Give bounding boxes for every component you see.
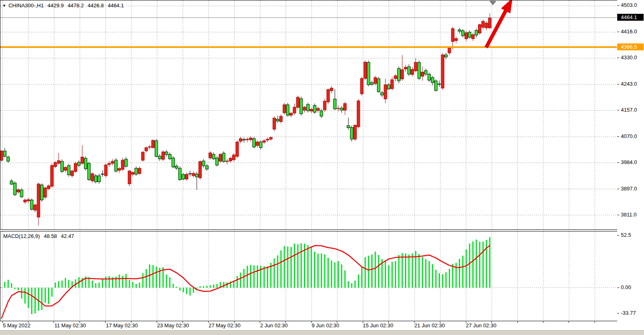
candle-body — [455, 39, 458, 41]
axis-tick — [617, 313, 619, 313]
candle-body — [91, 174, 94, 181]
time-axis-label: 27 Jun 02:30 — [466, 322, 496, 329]
current-price-badge: 4464.1 — [617, 14, 644, 21]
candle-body — [57, 161, 60, 164]
candle-body — [468, 32, 471, 37]
candle-body — [41, 185, 43, 200]
candle-body — [472, 35, 474, 39]
candle-body — [13, 183, 16, 195]
candle-body — [121, 160, 124, 169]
candle-body — [209, 153, 212, 158]
candle-body — [246, 139, 249, 140]
candle-body — [104, 165, 107, 176]
price-chart-canvas[interactable] — [0, 0, 617, 229]
candle-body — [407, 67, 410, 74]
macd-canvas[interactable] — [0, 231, 617, 321]
candle-body — [266, 139, 269, 140]
candle-body — [202, 161, 205, 166]
macd-panel[interactable] — [0, 231, 617, 321]
candle-body — [323, 101, 326, 110]
candle-body — [276, 119, 279, 121]
macd-axis-label: -33.77 — [621, 310, 636, 316]
candle-body — [60, 161, 63, 171]
candle-body — [418, 63, 420, 78]
candle-body — [243, 139, 246, 140]
candle-body — [374, 78, 377, 84]
price-axis-label: 4330.0 — [621, 54, 637, 61]
candle-body — [310, 109, 313, 111]
candle-body — [64, 167, 67, 170]
price-axis-label: 3897.0 — [621, 186, 637, 192]
candle-body — [135, 168, 138, 174]
time-axis[interactable]: 5 May 202211 May 02:3017 May 02:3023 May… — [0, 321, 617, 330]
candle-body — [7, 157, 10, 161]
time-axis-label: 11 May 02:30 — [54, 322, 86, 329]
candle-body — [259, 142, 262, 147]
candle-body — [98, 176, 101, 182]
macd-name: MACD(12,26,9) — [3, 233, 40, 239]
candle-body — [253, 138, 256, 147]
candle-body — [182, 175, 185, 179]
candle-body — [219, 154, 222, 161]
price-axis-label: 3984.0 — [621, 159, 637, 165]
macd-main-value: 48.58 — [44, 233, 57, 239]
candle-body — [293, 107, 296, 113]
ohlc-open: 4429.9 — [47, 2, 64, 9]
time-axis-label: 21 Jun 02:30 — [414, 322, 445, 329]
price-chart-panel[interactable] — [0, 0, 617, 230]
candle-body — [367, 63, 370, 85]
candle-body — [441, 55, 444, 88]
candle-body — [384, 85, 387, 99]
candle-body — [236, 142, 239, 156]
candle-body — [118, 169, 121, 170]
axis-tick — [617, 215, 619, 215]
candle-body — [317, 108, 319, 110]
candle-body — [273, 118, 276, 130]
candles-layer — [0, 13, 491, 226]
candle-body — [461, 30, 464, 36]
bar-position-marker-icon[interactable] — [490, 1, 496, 5]
axis-tick — [617, 287, 619, 288]
axis-tick — [617, 110, 619, 110]
candle-body — [482, 21, 485, 27]
candle-body — [158, 156, 161, 159]
candle-body — [340, 108, 343, 110]
ohlc-close: 4464.1 — [108, 2, 124, 9]
candle-body — [475, 30, 478, 35]
candle-body — [451, 28, 454, 41]
candle-body — [263, 140, 265, 142]
macd-axis-label: 52.5 — [621, 232, 631, 238]
candle-body — [131, 173, 134, 174]
candle-body — [290, 113, 293, 115]
candle-body — [465, 33, 467, 39]
candle-body — [71, 171, 73, 176]
candle-body — [337, 108, 340, 109]
candle-body — [0, 151, 3, 160]
macd-indicator-label: MACD(12,26,9) 48.58 42.47 — [3, 233, 77, 239]
candle-body — [37, 184, 40, 217]
candle-body — [229, 158, 232, 161]
time-axis-label: 23 May 02:30 — [157, 322, 189, 329]
symbol-menu-icon[interactable]: ▼ — [2, 3, 6, 8]
chart-window: ▼ CHINA300-,H1 4429.9 4478.2 4426.8 4464… — [0, 0, 644, 335]
trend-arrow-head[interactable] — [501, 0, 513, 13]
price-axis-label: 4503.0 — [621, 2, 637, 8]
candle-body — [404, 67, 407, 69]
candle-body — [54, 162, 57, 166]
candle-body — [78, 162, 80, 165]
price-axis[interactable]: 4503.04416.04330.04243.04157.04070.03984… — [617, 0, 644, 321]
candle-body — [313, 105, 316, 112]
time-axis-label: 9 Jun 02:30 — [312, 322, 339, 329]
candle-body — [249, 138, 252, 140]
candle-body — [283, 105, 286, 113]
candle-body — [148, 147, 151, 147]
candle-body — [354, 125, 357, 139]
trendline-price-badge: 4366.5 — [617, 43, 644, 50]
candle-body — [448, 48, 451, 53]
candle-body — [489, 17, 491, 28]
candle-body — [428, 74, 431, 80]
candle-body — [401, 70, 404, 79]
candle-body — [205, 166, 208, 169]
candle-body — [485, 23, 488, 28]
time-axis-tick — [569, 321, 569, 323]
